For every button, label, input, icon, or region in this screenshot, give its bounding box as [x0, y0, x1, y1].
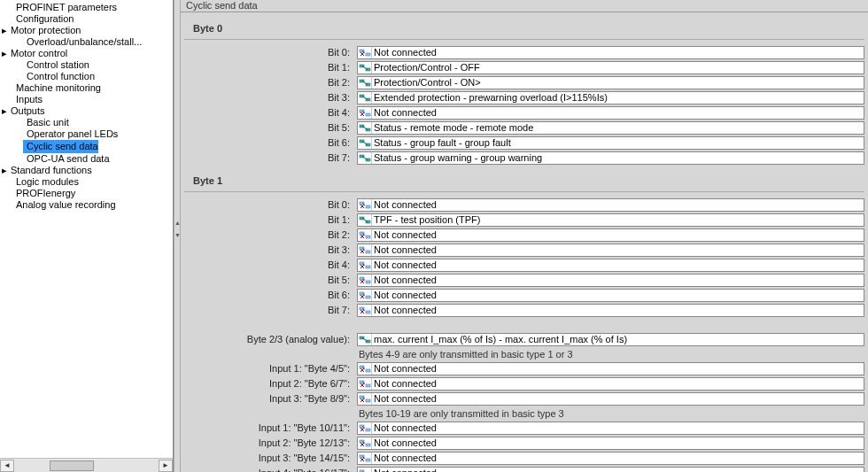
bit-value: Status - group fault - group fault [372, 137, 864, 148]
tree-item[interactable]: Operator panel LEDs [23, 128, 118, 140]
svg-line-24 [362, 141, 368, 144]
bit-field[interactable]: Not connected [357, 106, 864, 120]
bit-label: Input 2: "Byte 12/13": [184, 437, 357, 448]
svg-line-7 [362, 66, 368, 69]
svg-rect-42 [366, 251, 370, 253]
tree-item-label: Control function [27, 71, 95, 81]
tree-item-label: Control station [27, 59, 89, 70]
bit-label: Bit 1: [184, 214, 357, 225]
link-icon [358, 62, 372, 74]
svg-rect-47 [366, 266, 370, 268]
bit-field[interactable]: Protection/Control - ON> [357, 76, 864, 89]
tree-item[interactable]: Cyclic send data [23, 140, 98, 153]
bit-field[interactable]: Not connected [357, 467, 864, 473]
bit-field[interactable]: Extended protection - prewarning overloa… [357, 91, 864, 104]
bit-row: Bit 0:Not connected [181, 197, 868, 212]
unlink-icon [358, 393, 372, 405]
bit-label: Bit 2: [184, 229, 357, 240]
tree-item[interactable]: Outputs [7, 104, 45, 117]
tree-item[interactable]: Overload/unbalance/stall... [23, 35, 142, 48]
tree-item-label: Machine monitoring [16, 82, 101, 93]
svg-rect-15 [366, 113, 370, 116]
svg-rect-75 [366, 384, 370, 387]
sidebar-hscroll[interactable]: ◄ ► [0, 458, 173, 472]
tree-item[interactable]: OPC-UA send data [23, 152, 110, 165]
link-icon [358, 77, 372, 89]
bit-value: Not connected [372, 229, 864, 240]
tree-item-label: Inputs [16, 94, 43, 104]
bit-field[interactable]: Status - remote mode - remote mode [357, 121, 864, 135]
bit-row: Bit 6:Not connected [181, 288, 868, 302]
bit-field[interactable]: Not connected [357, 228, 864, 242]
svg-rect-1 [366, 53, 370, 56]
analog-field[interactable]: max. current I_max (% of Is) - max. curr… [357, 333, 864, 346]
analog-label: Byte 2/3 (analog value): [184, 334, 357, 344]
tree-item[interactable]: PROFIenergy [12, 187, 75, 199]
unlink-icon [358, 363, 372, 375]
tree-item[interactable]: Motor control [7, 47, 67, 59]
bit-row: Input 1: "Byte 10/11":Not connected [181, 421, 868, 435]
bit-field[interactable]: Status - group fault - group fault [357, 136, 864, 150]
unlink-icon [358, 275, 372, 286]
tree-item-label: Standard functions [11, 165, 92, 175]
bit-field[interactable]: TPF - test position (TPF) [357, 213, 864, 227]
bit-field[interactable]: Not connected [357, 422, 864, 435]
link-icon [358, 334, 372, 345]
bit-field[interactable]: Not connected [357, 198, 864, 212]
scroll-track[interactable] [14, 460, 159, 472]
note-row-2: Bytes 10-19 are only transmitted in basi… [181, 406, 868, 421]
bit-field[interactable]: Protection/Control - OFF [357, 61, 864, 74]
main-panel: Cyclic send data Byte 0 Bit 0:Not connec… [181, 0, 868, 472]
bit-field[interactable]: Not connected [357, 304, 864, 317]
tree-item[interactable]: Motor protection [7, 24, 81, 36]
tree-item[interactable]: Control station [23, 58, 89, 71]
bit-label: Input 1: "Byte 10/11": [184, 422, 357, 433]
bit-field[interactable]: Not connected [357, 244, 864, 257]
bit-field[interactable]: Not connected [357, 437, 864, 450]
note-row-1: Bytes 4-9 are only transmitted in basic … [181, 347, 868, 361]
bit-row: Bit 3:Extended protection - prewarning o… [181, 90, 868, 104]
tree-item[interactable]: Basic unit [23, 116, 69, 128]
bit-label: Bit 0: [184, 199, 357, 210]
bit-value: Not connected [372, 290, 864, 300]
unlink-icon [358, 437, 372, 449]
scroll-left-button[interactable]: ◄ [0, 460, 14, 472]
bit-value: Not connected [372, 422, 864, 433]
bit-row: Bit 2:Protection/Control - ON> [181, 75, 868, 89]
tree-item[interactable]: Control function [23, 70, 95, 82]
bit-label: Bit 6: [184, 137, 357, 148]
vertical-splitter[interactable]: ▲ ▼ [174, 0, 181, 472]
tree-item[interactable]: Analog value recording [12, 198, 116, 211]
bit-field[interactable]: Not connected [357, 274, 864, 287]
bit-field[interactable]: Not connected [357, 392, 864, 406]
bit-label: Input 3: "Byte 14/15": [184, 453, 357, 463]
scroll-right-button[interactable]: ► [159, 460, 173, 472]
tree-item[interactable]: Machine monitoring [12, 81, 101, 94]
bit-value: Not connected [372, 259, 864, 270]
bit-label: Bit 7: [184, 305, 357, 315]
scroll-thumb[interactable] [50, 460, 94, 471]
bit-value: Not connected [372, 453, 864, 463]
tree-item[interactable]: Configuration [12, 12, 74, 25]
bit-field[interactable]: Not connected [357, 259, 864, 272]
bit-row: Input 1: "Byte 4/5":Not connected [181, 361, 868, 375]
bit-field[interactable]: Not connected [357, 377, 864, 391]
unlink-icon [358, 378, 372, 390]
tree-item[interactable]: Standard functions [7, 164, 92, 176]
unlink-icon [358, 244, 372, 256]
bit-label: Bit 0: [184, 47, 357, 58]
unlink-icon [358, 290, 372, 301]
tree-item[interactable]: Logic modules [12, 175, 79, 188]
bit-field[interactable]: Not connected [357, 452, 864, 465]
tree-item-label: Basic unit [27, 117, 69, 128]
tree-item[interactable]: Inputs [12, 93, 43, 105]
bit-field[interactable]: Not connected [357, 362, 864, 375]
bit-field[interactable]: Status - group warning - group warning [357, 151, 864, 165]
bit-field[interactable]: Not connected [357, 46, 864, 59]
unlink-icon [358, 107, 372, 119]
tree-item[interactable]: PROFINET parameters [12, 1, 117, 13]
bit-field[interactable]: Not connected [357, 289, 864, 302]
bit-value: Protection/Control - ON> [372, 77, 864, 88]
tree-item-label: PROFIenergy [16, 188, 75, 198]
svg-line-10 [362, 81, 368, 84]
